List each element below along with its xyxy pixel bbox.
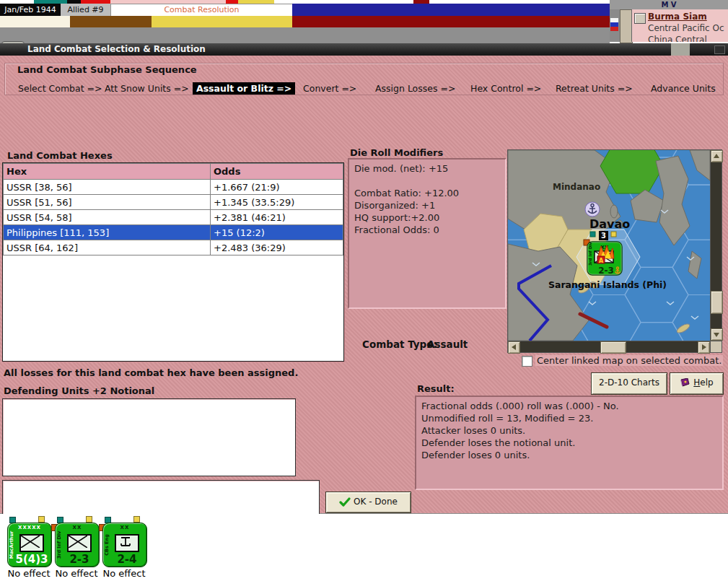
combat-hex-row[interactable]: USSR [51, 56]+1.345 (33.5:29) xyxy=(4,195,343,210)
hex-cell[interactable]: USSR [51, 56] xyxy=(4,195,211,210)
teal-marker xyxy=(590,232,595,237)
help-book-icon xyxy=(680,378,690,387)
ok-done-button[interactable]: OK - Done xyxy=(325,492,411,513)
subphase-step: Hex Control => xyxy=(470,83,541,94)
title-bar-button[interactable] xyxy=(714,45,725,54)
counter-face[interactable]: XXXXXMacArthur5(4)3 xyxy=(7,523,52,567)
map-scroll-corner xyxy=(711,341,722,352)
combat-map[interactable]: Mindanao Davao Sarangani Islands (Phi) 3… xyxy=(507,149,722,353)
combat-hex-row[interactable]: USSR [38, 56]+1.667 (21:9) xyxy=(4,180,343,195)
subphase-step: Assign Losses => xyxy=(375,83,455,94)
map-unit-name: 3rd Inf Div xyxy=(588,242,592,266)
map-label-sarangani: Sarangani Islands (Phi) xyxy=(548,279,667,290)
hex-cell[interactable]: USSR [54, 58] xyxy=(4,210,211,225)
col-header-hex: Hex xyxy=(4,164,211,180)
hex-cell[interactable]: USSR [38, 56] xyxy=(4,180,211,195)
gray-band xyxy=(0,27,610,43)
help-button-label: Help xyxy=(693,377,713,388)
map-list-button[interactable] xyxy=(634,13,646,24)
losses-assigned-message-top: All losses for this land combat hex have… xyxy=(4,367,298,378)
flag-column xyxy=(610,9,620,42)
unit-counter[interactable]: XXCBs Eng2-4No effect xyxy=(100,516,148,581)
subphase-groupbox: Land Combat Subphase Sequence Select Com… xyxy=(4,63,724,95)
check-icon xyxy=(339,497,351,507)
map-scroll-right-button[interactable] xyxy=(698,341,710,354)
help-button[interactable]: Help xyxy=(670,372,724,395)
infantry-symbol xyxy=(19,534,44,552)
phase-indicator: Combat Resolution xyxy=(110,4,293,17)
map-scroll-left-button[interactable] xyxy=(508,341,520,354)
land-combat-hexes-table[interactable]: Hex Odds USSR [38, 56]+1.667 (21:9)USSR … xyxy=(2,162,344,362)
hex-cell[interactable]: Philippines [111, 153] xyxy=(4,225,211,240)
map-canvas[interactable]: Mindanao Davao Sarangani Islands (Phi) 3… xyxy=(508,150,710,341)
map-hscroll-thumb[interactable] xyxy=(600,341,626,354)
subphase-step: Att Snow Units => xyxy=(105,83,189,94)
subphase-step: Advance Units xyxy=(651,83,716,94)
combat-hex-row[interactable]: USSR [54, 58]+2.381 (46:21) xyxy=(4,210,343,225)
hexes-list-title: Land Combat Hexes xyxy=(7,150,113,161)
map-vertical-scrollbar[interactable] xyxy=(711,150,722,341)
col-header-odds: Odds xyxy=(211,164,343,180)
unit-size-label: XX xyxy=(103,525,146,530)
title-bar-notch xyxy=(671,43,690,56)
subphase-steps: Select Combat =>Att Snow Units =>Assault… xyxy=(5,83,723,95)
hex-cell[interactable]: USSR [64, 162] xyxy=(4,240,211,255)
subphase-group-title: Land Combat Subphase Sequence xyxy=(14,64,201,75)
yellow-marker xyxy=(611,232,616,237)
combat-type-label: Combat Type: xyxy=(362,338,437,350)
infantry-symbol xyxy=(67,534,92,552)
map-label-mindanao: Mindanao xyxy=(553,182,600,192)
counter-face[interactable]: XXCBs Eng2-4 xyxy=(102,523,147,567)
yellow-marker xyxy=(133,516,140,523)
dialog-body: Land Combat Subphase Sequence Select Com… xyxy=(0,56,728,515)
odds-cell[interactable]: +2.483 (36:29) xyxy=(211,240,343,255)
counter-face[interactable]: XX3rd Inf Div2-3 xyxy=(55,523,100,567)
map-list: Burma Siam Central Pacific Oc China Cent… xyxy=(631,9,728,42)
dialog-title: Land Combat Selection & Resolution xyxy=(27,44,206,54)
map-unit-counter[interactable]: XX 3rd Inf Div A 2-3 xyxy=(587,242,622,276)
odds-cell[interactable]: +2.381 (46:21) xyxy=(211,210,343,225)
map-vscroll-thumb[interactable] xyxy=(711,291,723,314)
combat-hex-row[interactable]: USSR [64, 162]+2.483 (36:29) xyxy=(4,240,343,255)
unit-strength-label: 5(4)3 xyxy=(12,553,51,566)
unit-counter[interactable]: XXXXXMacArthur5(4)3No effect xyxy=(5,516,53,581)
cream-strip xyxy=(0,16,70,27)
brown-strip xyxy=(70,16,152,27)
navy-strip xyxy=(292,4,610,16)
flag-red xyxy=(610,27,618,31)
odds-cell[interactable]: +15 (12:2) xyxy=(211,225,343,240)
die-roll-modifiers-title: Die Roll Modifiers xyxy=(350,147,443,158)
center-map-checkbox-label[interactable]: Center linked map on selected combat. xyxy=(535,355,723,366)
unit-strength-label: 2-4 xyxy=(108,553,146,566)
loss-effect-label: No effect xyxy=(53,568,100,579)
map-scroll-up-button[interactable] xyxy=(711,150,723,162)
result-panel: Fractional odds (.000) roll was (.000) -… xyxy=(415,396,724,490)
center-map-checkbox[interactable] xyxy=(522,356,532,367)
yellow-marker xyxy=(86,516,92,523)
engineer-symbol xyxy=(115,534,139,552)
map-scroll-down-button[interactable] xyxy=(711,328,723,341)
odds-cell[interactable]: +1.345 (33.5:29) xyxy=(211,195,343,210)
loss-effect-label: No effect xyxy=(5,568,53,579)
map-horizontal-scrollbar[interactable] xyxy=(508,341,710,352)
yellow-strip xyxy=(152,16,292,27)
subphase-step: Select Combat => xyxy=(18,83,102,94)
defending-units-title: Defending Units +2 Notional xyxy=(4,385,154,396)
map-list-item[interactable]: Central Pacific Oc xyxy=(648,23,724,33)
defending-units-listbox[interactable] xyxy=(2,398,296,476)
title-bar-pill xyxy=(690,43,728,56)
subphase-step: Retreat Units => xyxy=(556,83,633,94)
unit-size-label: XXXXX xyxy=(8,525,51,530)
yellow-marker xyxy=(38,516,45,523)
die-roll-modifiers-panel: Die mod. (net): +15 Combat Ratio: +12.00… xyxy=(348,158,506,309)
ok-done-label: OK - Done xyxy=(354,497,398,507)
map-list-item[interactable]: Burma Siam xyxy=(648,12,707,22)
unit-counter[interactable]: XX3rd Inf Div2-3No effect xyxy=(53,516,100,581)
map-list-item[interactable]: China Central xyxy=(648,35,707,42)
result-title: Result: xyxy=(417,383,455,394)
attacking-units-tray: XXXXXMacArthur5(4)3No effectXX3rd Inf Di… xyxy=(0,514,728,581)
charts-button[interactable]: 2-D-10 Charts xyxy=(591,372,667,395)
combat-hex-row-selected[interactable]: Philippines [111, 153]+15 (12:2) xyxy=(4,225,343,240)
odds-cell[interactable]: +1.667 (21:9) xyxy=(211,180,343,195)
unit-strength-label: 2-3 xyxy=(60,553,99,566)
